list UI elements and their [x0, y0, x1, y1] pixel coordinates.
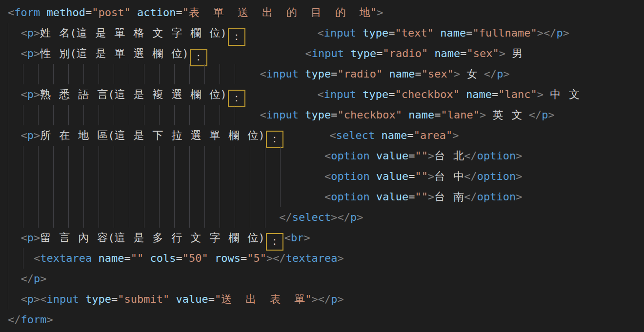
code-token: < — [329, 129, 336, 141]
code-token: 熟悉語言 — [40, 88, 116, 100]
code-line: <p>性別(這是單選欄位)： <input type="radio" name=… — [8, 43, 644, 64]
code-token — [370, 170, 376, 182]
code-token: < — [260, 68, 266, 80]
code-token: < — [324, 191, 331, 203]
code-token — [460, 88, 466, 100]
code-token: type — [305, 68, 331, 80]
code-token: = — [331, 68, 337, 80]
code-token: = — [111, 293, 118, 305]
indent-guides — [8, 64, 241, 84]
code-token: form — [21, 313, 47, 326]
code-token: p — [27, 232, 34, 244]
code-token: p — [34, 273, 40, 285]
code-token: > — [357, 211, 363, 223]
indent-guides — [8, 105, 241, 125]
code-token: > — [34, 232, 40, 244]
indent-guides — [8, 207, 279, 228]
code-token — [370, 191, 376, 203]
code-token: option — [331, 191, 369, 203]
code-token: = — [176, 252, 182, 264]
code-token: = — [85, 6, 92, 19]
code-token: name — [466, 88, 492, 100]
code-editor[interactable]: <form method="post" action="表單送出的目的地"> <… — [0, 0, 644, 332]
code-token: < — [21, 27, 27, 39]
code-token: > — [34, 88, 40, 100]
code-token: name — [98, 252, 124, 264]
code-token: > — [34, 47, 40, 59]
code-token: value — [376, 150, 408, 162]
code-token: input — [324, 27, 356, 39]
code-token: = — [124, 252, 130, 264]
code-token: form — [14, 6, 40, 19]
code-token: = — [434, 109, 441, 121]
code-token: value — [376, 170, 408, 182]
code-line: <p>留言內容(這是多行文字欄位)：<br> — [8, 228, 644, 248]
indent-guides — [8, 187, 292, 207]
code-token: option — [331, 170, 369, 182]
code-token: 留言內容 — [40, 232, 116, 244]
code-token: type — [305, 109, 331, 121]
code-line: <input type="radio" name="sex"> 女 </p> — [8, 64, 644, 84]
indent-guides — [8, 269, 21, 289]
code-line: <option value="">台北</option> — [8, 146, 644, 166]
code-token: 這是複選欄位 — [115, 88, 229, 100]
code-token: p — [542, 109, 548, 121]
code-token — [241, 109, 260, 121]
code-token — [428, 47, 434, 59]
code-token: p — [27, 27, 34, 39]
code-token — [208, 252, 215, 264]
code-token: = — [407, 129, 413, 141]
code-line: </select></p> — [8, 207, 644, 228]
code-token — [246, 27, 318, 39]
indent-guides — [8, 23, 21, 43]
code-token: > — [46, 313, 53, 326]
code-token: "sex" — [422, 68, 454, 80]
code-token: > — [377, 6, 383, 19]
code-token: p — [27, 88, 34, 100]
code-token: < — [324, 170, 331, 182]
indent-guides — [8, 84, 21, 105]
code-token — [370, 150, 376, 162]
code-token — [92, 252, 98, 264]
code-token — [143, 252, 150, 264]
code-token: ( — [70, 27, 76, 39]
code-token: 這是單選欄位 — [77, 47, 191, 59]
code-token: < — [305, 47, 311, 59]
code-token — [299, 68, 305, 80]
code-token: = — [408, 170, 415, 182]
code-token: select — [336, 129, 375, 141]
code-token: "lane" — [441, 109, 479, 121]
code-token: = — [492, 88, 498, 100]
code-token: ( — [108, 88, 114, 100]
code-token: </ — [21, 273, 34, 285]
code-token — [169, 293, 176, 305]
code-token: = — [241, 252, 247, 264]
code-token: br — [291, 232, 304, 244]
code-token: select — [292, 211, 331, 223]
code-token: "radio" — [338, 68, 383, 80]
code-token: "checkbox" — [395, 88, 459, 100]
code-token: "text" — [395, 27, 433, 39]
code-token: ></ — [331, 211, 350, 223]
code-token: </ — [464, 170, 477, 182]
code-token: option — [477, 191, 516, 203]
code-token: = — [208, 293, 215, 305]
code-token — [284, 129, 330, 141]
code-token: cols — [150, 252, 176, 264]
code-token: 送出表單 — [221, 293, 319, 305]
code-token: 這是下拉選單欄位 — [115, 129, 267, 141]
code-token: "" — [415, 191, 428, 203]
code-token — [79, 293, 85, 305]
code-token — [292, 170, 324, 182]
code-token: > — [480, 109, 486, 121]
code-token — [356, 27, 362, 39]
code-token: input — [47, 293, 79, 305]
code-token: "" — [131, 252, 144, 264]
code-token: p — [497, 68, 503, 80]
code-token — [131, 6, 137, 19]
code-token: </ — [279, 211, 292, 223]
code-token: ( — [108, 232, 114, 244]
code-token: ) — [221, 88, 227, 100]
code-line: <p>姓名(這是單格文字欄位)： <input type="text" name… — [8, 23, 644, 43]
code-token — [375, 129, 381, 141]
